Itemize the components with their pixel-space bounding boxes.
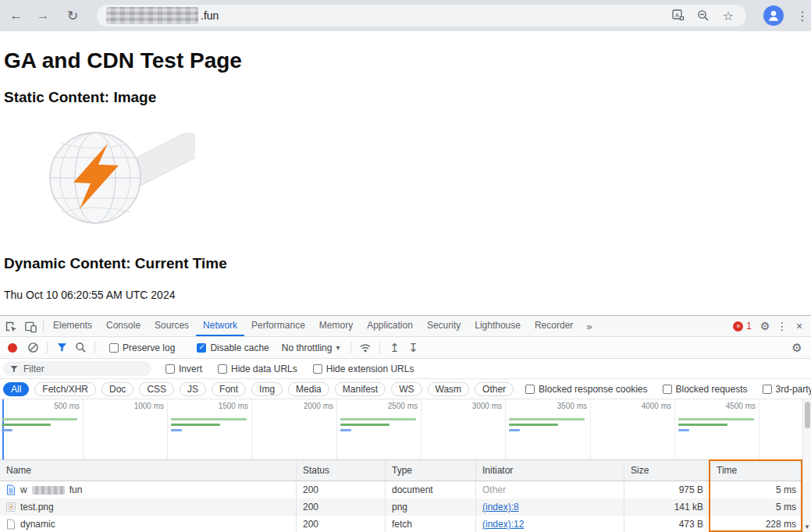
timeline-label: 500 ms: [33, 402, 80, 410]
browser-menu-icon[interactable]: ⋮: [795, 9, 810, 23]
document-icon: [6, 484, 16, 495]
filter-pill-img[interactable]: Img: [251, 382, 283, 396]
timeline-label: 1500 ms: [201, 402, 248, 410]
tab-sources[interactable]: Sources: [148, 316, 196, 336]
device-toolbar-icon[interactable]: [20, 316, 41, 336]
table-row[interactable]: dynamic 200 fetch (index):12 473 B 228 m…: [0, 516, 802, 532]
filter-input-box[interactable]: [3, 361, 151, 376]
filter-pill-ws[interactable]: WS: [391, 382, 422, 396]
request-name: w: [20, 484, 27, 495]
blocked-requests-checkbox[interactable]: Blocked requests: [663, 384, 748, 395]
filter-toggle-icon[interactable]: [52, 339, 71, 357]
filter-input[interactable]: [23, 364, 133, 374]
invert-checkbox[interactable]: Invert: [165, 364, 202, 374]
filter-pill-css[interactable]: CSS: [139, 382, 174, 396]
col-initiator[interactable]: Initiator: [476, 460, 624, 481]
export-har-icon[interactable]: ↧: [404, 339, 422, 357]
request-status: 200: [297, 498, 386, 516]
tab-performance[interactable]: Performance: [244, 316, 312, 336]
filter-pill-js[interactable]: JS: [180, 382, 206, 396]
hide-data-urls-label: Hide data URLs: [231, 364, 297, 374]
test-image: [45, 123, 195, 232]
tab-memory[interactable]: Memory: [312, 316, 360, 336]
initiator-link[interactable]: (index):12: [482, 519, 524, 530]
table-row[interactable]: test.png 200 png (index):8 141 kB 5 ms: [0, 498, 802, 516]
devtools-menu-icon[interactable]: ⋮: [774, 317, 791, 335]
tab-lighthouse[interactable]: Lighthouse: [468, 316, 528, 336]
table-row[interactable]: w fun 200 document Other 975 B 5 ms: [0, 481, 802, 498]
initiator-link[interactable]: (index):8: [482, 502, 519, 512]
record-network-log-button[interactable]: [8, 343, 17, 353]
filter-pill-font[interactable]: Font: [212, 382, 246, 396]
blocked-response-cookies-checkbox[interactable]: Blocked response cookies: [525, 384, 647, 395]
request-initiator: Other: [476, 481, 624, 498]
import-har-icon[interactable]: ↥: [385, 339, 404, 357]
network-overview-timeline[interactable]: 500 ms 1000 ms 1500 ms 2000 ms 2500 ms 3…: [0, 399, 811, 460]
disable-cache-checkbox[interactable]: Disable cache: [197, 342, 269, 353]
devtools-settings-icon[interactable]: ⚙: [756, 317, 774, 335]
request-size: 141 kB: [624, 498, 710, 516]
bookmark-star-icon[interactable]: ☆: [720, 7, 737, 24]
tab-network[interactable]: Network: [196, 316, 244, 336]
error-badge[interactable]: × 1: [733, 321, 752, 332]
close-devtools-icon[interactable]: ×: [791, 317, 808, 335]
timeline-label: 4500 ms: [709, 402, 756, 410]
tab-application[interactable]: Application: [360, 316, 420, 336]
tab-security[interactable]: Security: [420, 316, 468, 336]
zoom-out-indicator-icon[interactable]: [695, 7, 712, 24]
network-settings-gear-icon[interactable]: ⚙: [788, 339, 806, 357]
filter-pill-other[interactable]: Other: [475, 382, 514, 396]
inspect-element-icon[interactable]: [0, 316, 20, 336]
timeline-label: 3500 ms: [540, 402, 587, 410]
filter-pill-all[interactable]: All: [3, 382, 29, 396]
request-time: 5 ms: [710, 498, 802, 516]
table-scrollbar[interactable]: ▼: [802, 399, 811, 532]
filter-pill-fetch-xhr[interactable]: Fetch/XHR: [34, 382, 96, 396]
devtools-panel: Elements Console Sources Network Perform…: [0, 315, 811, 532]
back-button[interactable]: ←: [5, 4, 28, 27]
blocked-requests-label: Blocked requests: [676, 384, 748, 395]
hide-extension-urls-checkbox[interactable]: Hide extension URLs: [313, 364, 414, 374]
file-icon: [6, 519, 16, 530]
waterfall-bars-group: [509, 418, 587, 434]
timeline-label: 4000 ms: [624, 402, 671, 410]
throttling-dropdown[interactable]: No throttling ▾: [282, 342, 340, 353]
search-network-icon[interactable]: [71, 339, 90, 357]
col-type[interactable]: Type: [386, 460, 476, 481]
request-status: 200: [297, 516, 386, 532]
waterfall-bars-group: [171, 418, 249, 434]
hide-data-urls-checkbox[interactable]: Hide data URLs: [218, 364, 297, 374]
preserve-log-checkbox[interactable]: Preserve log: [109, 342, 175, 353]
filter-pill-manifest[interactable]: Manifest: [335, 382, 386, 396]
scrollbar-down-arrow[interactable]: ▼: [803, 522, 811, 532]
tab-console[interactable]: Console: [99, 316, 148, 336]
timeline-label: 2000 ms: [286, 402, 333, 410]
waterfall-bars-group: [2, 418, 80, 434]
error-icon: ×: [733, 321, 743, 332]
hide-extension-urls-label: Hide extension URLs: [326, 364, 414, 374]
profile-avatar[interactable]: [763, 5, 784, 26]
tab-elements[interactable]: Elements: [46, 316, 99, 336]
col-name[interactable]: Name: [0, 460, 297, 481]
disable-cache-box[interactable]: [197, 343, 206, 353]
translate-icon[interactable]: A: [670, 7, 687, 24]
requests-table: Name Status Type Initiator Size Time w f…: [0, 460, 802, 532]
filter-pill-doc[interactable]: Doc: [101, 382, 133, 396]
filter-pill-wasm[interactable]: Wasm: [428, 382, 470, 396]
col-status[interactable]: Status: [297, 460, 386, 481]
tab-recorder[interactable]: Recorder: [528, 316, 580, 336]
clear-network-log-icon[interactable]: [23, 339, 42, 357]
svg-text:A: A: [675, 12, 680, 19]
filter-pill-media[interactable]: Media: [288, 382, 329, 396]
redacted-url-blur: [106, 7, 198, 24]
network-conditions-icon[interactable]: [356, 339, 375, 357]
col-time[interactable]: Time: [710, 460, 802, 481]
more-tabs-icon[interactable]: »: [580, 321, 598, 332]
reload-button[interactable]: ↻: [61, 4, 84, 27]
col-size[interactable]: Size: [624, 460, 710, 481]
third-party-requests-checkbox[interactable]: 3rd-party requests: [763, 384, 811, 395]
address-bar[interactable]: .fun A ☆: [97, 5, 746, 27]
forward-button[interactable]: →: [31, 4, 55, 27]
scrollbar-thumb[interactable]: [805, 402, 810, 428]
preserve-log-box[interactable]: [109, 343, 119, 353]
